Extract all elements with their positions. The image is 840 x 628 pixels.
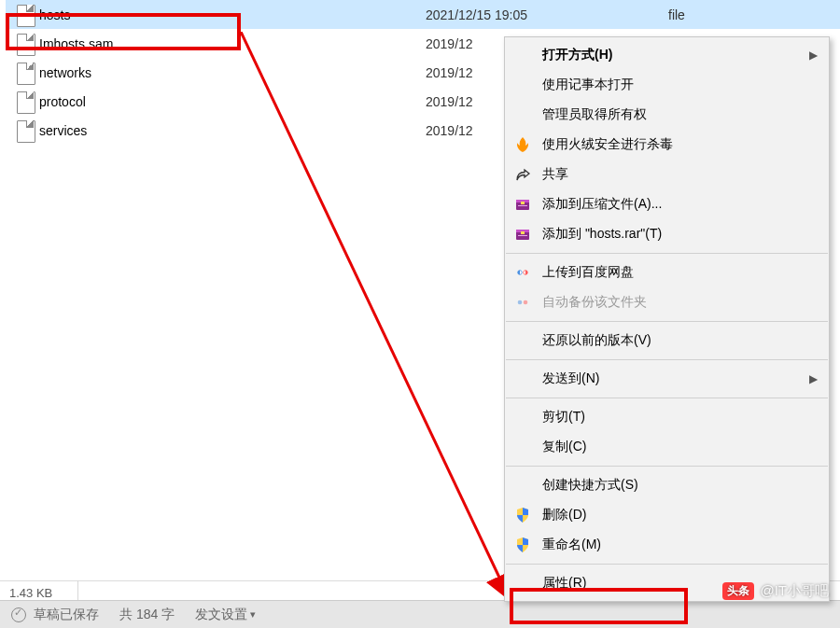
svg-point-15: [524, 300, 528, 305]
file-icon: [17, 91, 34, 112]
file-name: hosts: [39, 7, 70, 22]
watermark-text: @IT小哥吧: [760, 582, 829, 600]
winrar-icon: [512, 194, 533, 215]
menu-separator: [506, 564, 828, 565]
menu-separator: [506, 321, 828, 322]
draft-saved-text: 草稿已保存: [34, 607, 99, 623]
blank-icon: [512, 105, 533, 125]
file-size-value: 1.43 KB: [9, 586, 52, 600]
menu-add-hosts-rar[interactable]: 添加到 "hosts.rar"(T): [505, 219, 829, 249]
file-name: services: [39, 123, 87, 138]
menu-open-notepad[interactable]: 使用记事本打开: [505, 70, 829, 100]
blank-icon: [512, 407, 533, 427]
uac-shield-icon: [512, 505, 533, 525]
menu-open-with[interactable]: 打开方式(H) ▶: [505, 40, 829, 70]
svg-rect-11: [520, 271, 525, 275]
file-icon: [17, 120, 34, 141]
menu-baidu-upload[interactable]: 上传到百度网盘: [505, 258, 829, 287]
huorong-flame-icon: [512, 134, 533, 155]
editor-bottom-bar: 草稿已保存 共 184 字 发文设置 ▾: [0, 600, 840, 628]
submenu-arrow-icon: ▶: [809, 49, 818, 62]
menu-share[interactable]: 共享: [505, 160, 829, 189]
file-icon: [17, 34, 34, 54]
blank-icon: [512, 437, 533, 457]
menu-restore-previous[interactable]: 还原以前的版本(V): [505, 326, 829, 356]
menu-delete[interactable]: 删除(D): [505, 500, 829, 530]
menu-separator: [506, 359, 828, 360]
file-row[interactable]: hosts2021/12/15 19:05file: [6, 0, 840, 29]
menu-separator: [506, 466, 828, 467]
blank-icon: [512, 475, 533, 495]
file-name: networks: [39, 65, 91, 80]
menu-add-archive[interactable]: 添加到压缩文件(A)...: [505, 189, 829, 219]
submenu-arrow-icon: ▶: [809, 372, 818, 385]
svg-rect-7: [518, 235, 527, 236]
svg-rect-8: [521, 231, 525, 234]
svg-rect-3: [518, 205, 527, 206]
menu-copy[interactable]: 复制(C): [505, 432, 829, 462]
publish-settings-dropdown[interactable]: 发文设置 ▾: [195, 607, 256, 623]
blank-icon: [512, 573, 533, 593]
menu-create-shortcut[interactable]: 创建快捷方式(S): [505, 470, 829, 500]
menu-cut[interactable]: 剪切(T): [505, 402, 829, 432]
file-name: protocol: [39, 94, 86, 109]
file-name: Imhosts.sam: [39, 36, 113, 51]
file-icon: [17, 5, 34, 25]
svg-rect-4: [521, 202, 525, 204]
watermark-badge: 头条: [722, 582, 754, 600]
menu-huorong-scan[interactable]: 使用火绒安全进行杀毒: [505, 130, 829, 160]
uac-shield-icon: [512, 535, 533, 555]
baidu-pan-icon: [512, 262, 533, 283]
menu-admin-take-ownership[interactable]: 管理员取得所有权: [505, 100, 829, 130]
check-circle-icon: [11, 607, 26, 622]
baidu-pan-icon: [512, 292, 533, 313]
chevron-down-icon: ▾: [250, 608, 256, 621]
blank-icon: [512, 369, 533, 389]
file-type: file: [668, 7, 685, 22]
word-count: 共 184 字: [119, 607, 175, 623]
blank-icon: [512, 75, 533, 95]
file-icon: [17, 63, 34, 83]
blank-icon: [512, 330, 533, 351]
winrar-icon: [512, 224, 533, 244]
context-menu: 打开方式(H) ▶ 使用记事本打开 管理员取得所有权 使用火绒安全进行杀毒 共享…: [504, 36, 830, 602]
menu-separator: [506, 398, 828, 398]
menu-send-to[interactable]: 发送到(N) ▶: [505, 364, 829, 394]
file-date: 2021/12/15 19:05: [426, 7, 668, 22]
watermark: 头条 @IT小哥吧: [722, 582, 829, 600]
share-icon: [512, 164, 533, 185]
menu-auto-backup: 自动备份该文件夹: [505, 287, 829, 317]
menu-rename[interactable]: 重命名(M): [505, 530, 829, 560]
menu-separator: [506, 253, 828, 254]
blank-icon: [512, 45, 533, 65]
svg-point-14: [518, 300, 523, 305]
